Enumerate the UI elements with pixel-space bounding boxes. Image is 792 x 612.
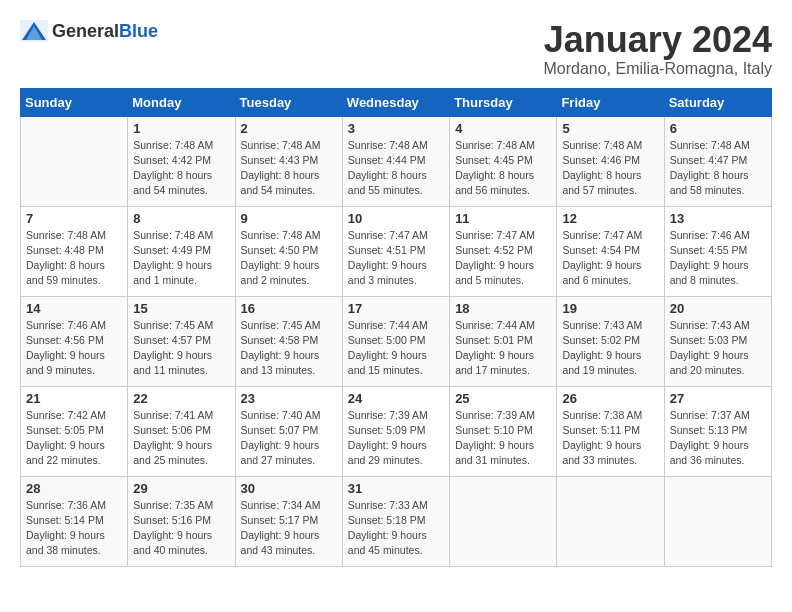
calendar-cell: 26Sunrise: 7:38 AM Sunset: 5:11 PM Dayli… [557,386,664,476]
day-info: Sunrise: 7:37 AM Sunset: 5:13 PM Dayligh… [670,408,766,469]
day-number: 8 [133,211,229,226]
calendar-cell: 16Sunrise: 7:45 AM Sunset: 4:58 PM Dayli… [235,296,342,386]
logo-blue: Blue [119,21,158,41]
day-number: 11 [455,211,551,226]
day-number: 15 [133,301,229,316]
day-number: 22 [133,391,229,406]
weekday-header-monday: Monday [128,88,235,116]
calendar-week-row: 1Sunrise: 7:48 AM Sunset: 4:42 PM Daylig… [21,116,772,206]
day-number: 19 [562,301,658,316]
calendar-cell: 22Sunrise: 7:41 AM Sunset: 5:06 PM Dayli… [128,386,235,476]
calendar-cell: 8Sunrise: 7:48 AM Sunset: 4:49 PM Daylig… [128,206,235,296]
weekday-header-wednesday: Wednesday [342,88,449,116]
weekday-header-thursday: Thursday [450,88,557,116]
calendar-cell: 11Sunrise: 7:47 AM Sunset: 4:52 PM Dayli… [450,206,557,296]
calendar-cell: 29Sunrise: 7:35 AM Sunset: 5:16 PM Dayli… [128,476,235,566]
day-info: Sunrise: 7:48 AM Sunset: 4:48 PM Dayligh… [26,228,122,289]
logo-icon [20,20,48,42]
day-info: Sunrise: 7:40 AM Sunset: 5:07 PM Dayligh… [241,408,337,469]
day-number: 6 [670,121,766,136]
day-info: Sunrise: 7:44 AM Sunset: 5:01 PM Dayligh… [455,318,551,379]
day-number: 16 [241,301,337,316]
day-info: Sunrise: 7:48 AM Sunset: 4:46 PM Dayligh… [562,138,658,199]
calendar-cell: 30Sunrise: 7:34 AM Sunset: 5:17 PM Dayli… [235,476,342,566]
calendar-cell: 14Sunrise: 7:46 AM Sunset: 4:56 PM Dayli… [21,296,128,386]
weekday-header-row: SundayMondayTuesdayWednesdayThursdayFrid… [21,88,772,116]
day-info: Sunrise: 7:42 AM Sunset: 5:05 PM Dayligh… [26,408,122,469]
calendar-week-row: 7Sunrise: 7:48 AM Sunset: 4:48 PM Daylig… [21,206,772,296]
day-info: Sunrise: 7:45 AM Sunset: 4:57 PM Dayligh… [133,318,229,379]
weekday-header-saturday: Saturday [664,88,771,116]
calendar-cell: 6Sunrise: 7:48 AM Sunset: 4:47 PM Daylig… [664,116,771,206]
calendar-cell: 15Sunrise: 7:45 AM Sunset: 4:57 PM Dayli… [128,296,235,386]
calendar-cell: 13Sunrise: 7:46 AM Sunset: 4:55 PM Dayli… [664,206,771,296]
calendar-cell [21,116,128,206]
calendar-cell: 2Sunrise: 7:48 AM Sunset: 4:43 PM Daylig… [235,116,342,206]
calendar-cell: 20Sunrise: 7:43 AM Sunset: 5:03 PM Dayli… [664,296,771,386]
day-info: Sunrise: 7:43 AM Sunset: 5:03 PM Dayligh… [670,318,766,379]
day-info: Sunrise: 7:34 AM Sunset: 5:17 PM Dayligh… [241,498,337,559]
calendar-week-row: 21Sunrise: 7:42 AM Sunset: 5:05 PM Dayli… [21,386,772,476]
day-number: 25 [455,391,551,406]
day-number: 18 [455,301,551,316]
day-info: Sunrise: 7:46 AM Sunset: 4:56 PM Dayligh… [26,318,122,379]
day-info: Sunrise: 7:44 AM Sunset: 5:00 PM Dayligh… [348,318,444,379]
day-number: 29 [133,481,229,496]
calendar-cell: 17Sunrise: 7:44 AM Sunset: 5:00 PM Dayli… [342,296,449,386]
day-info: Sunrise: 7:47 AM Sunset: 4:54 PM Dayligh… [562,228,658,289]
day-info: Sunrise: 7:48 AM Sunset: 4:42 PM Dayligh… [133,138,229,199]
day-number: 2 [241,121,337,136]
calendar-cell: 3Sunrise: 7:48 AM Sunset: 4:44 PM Daylig… [342,116,449,206]
calendar-cell: 18Sunrise: 7:44 AM Sunset: 5:01 PM Dayli… [450,296,557,386]
location-subtitle: Mordano, Emilia-Romagna, Italy [543,60,772,78]
calendar-cell: 24Sunrise: 7:39 AM Sunset: 5:09 PM Dayli… [342,386,449,476]
calendar-cell: 27Sunrise: 7:37 AM Sunset: 5:13 PM Dayli… [664,386,771,476]
calendar-cell: 12Sunrise: 7:47 AM Sunset: 4:54 PM Dayli… [557,206,664,296]
day-info: Sunrise: 7:39 AM Sunset: 5:10 PM Dayligh… [455,408,551,469]
weekday-header-sunday: Sunday [21,88,128,116]
calendar-cell [557,476,664,566]
day-info: Sunrise: 7:47 AM Sunset: 4:51 PM Dayligh… [348,228,444,289]
day-info: Sunrise: 7:47 AM Sunset: 4:52 PM Dayligh… [455,228,551,289]
day-number: 17 [348,301,444,316]
calendar-cell: 25Sunrise: 7:39 AM Sunset: 5:10 PM Dayli… [450,386,557,476]
day-info: Sunrise: 7:48 AM Sunset: 4:47 PM Dayligh… [670,138,766,199]
calendar-cell: 1Sunrise: 7:48 AM Sunset: 4:42 PM Daylig… [128,116,235,206]
day-info: Sunrise: 7:43 AM Sunset: 5:02 PM Dayligh… [562,318,658,379]
day-number: 9 [241,211,337,226]
calendar-week-row: 28Sunrise: 7:36 AM Sunset: 5:14 PM Dayli… [21,476,772,566]
day-info: Sunrise: 7:48 AM Sunset: 4:45 PM Dayligh… [455,138,551,199]
weekday-header-tuesday: Tuesday [235,88,342,116]
day-number: 7 [26,211,122,226]
logo-general: General [52,21,119,41]
day-number: 1 [133,121,229,136]
calendar-table: SundayMondayTuesdayWednesdayThursdayFrid… [20,88,772,567]
day-number: 26 [562,391,658,406]
day-number: 31 [348,481,444,496]
calendar-cell [450,476,557,566]
day-info: Sunrise: 7:48 AM Sunset: 4:43 PM Dayligh… [241,138,337,199]
day-info: Sunrise: 7:48 AM Sunset: 4:44 PM Dayligh… [348,138,444,199]
calendar-cell: 21Sunrise: 7:42 AM Sunset: 5:05 PM Dayli… [21,386,128,476]
day-number: 4 [455,121,551,136]
day-number: 10 [348,211,444,226]
calendar-week-row: 14Sunrise: 7:46 AM Sunset: 4:56 PM Dayli… [21,296,772,386]
day-info: Sunrise: 7:35 AM Sunset: 5:16 PM Dayligh… [133,498,229,559]
day-info: Sunrise: 7:38 AM Sunset: 5:11 PM Dayligh… [562,408,658,469]
day-info: Sunrise: 7:39 AM Sunset: 5:09 PM Dayligh… [348,408,444,469]
calendar-cell: 23Sunrise: 7:40 AM Sunset: 5:07 PM Dayli… [235,386,342,476]
calendar-cell: 4Sunrise: 7:48 AM Sunset: 4:45 PM Daylig… [450,116,557,206]
day-number: 5 [562,121,658,136]
page-header: GeneralBlue January 2024 Mordano, Emilia… [20,20,772,78]
day-number: 13 [670,211,766,226]
day-number: 12 [562,211,658,226]
day-number: 24 [348,391,444,406]
calendar-cell: 19Sunrise: 7:43 AM Sunset: 5:02 PM Dayli… [557,296,664,386]
calendar-cell [664,476,771,566]
calendar-cell: 5Sunrise: 7:48 AM Sunset: 4:46 PM Daylig… [557,116,664,206]
day-info: Sunrise: 7:36 AM Sunset: 5:14 PM Dayligh… [26,498,122,559]
day-info: Sunrise: 7:41 AM Sunset: 5:06 PM Dayligh… [133,408,229,469]
logo: GeneralBlue [20,20,158,42]
day-info: Sunrise: 7:46 AM Sunset: 4:55 PM Dayligh… [670,228,766,289]
day-info: Sunrise: 7:48 AM Sunset: 4:50 PM Dayligh… [241,228,337,289]
